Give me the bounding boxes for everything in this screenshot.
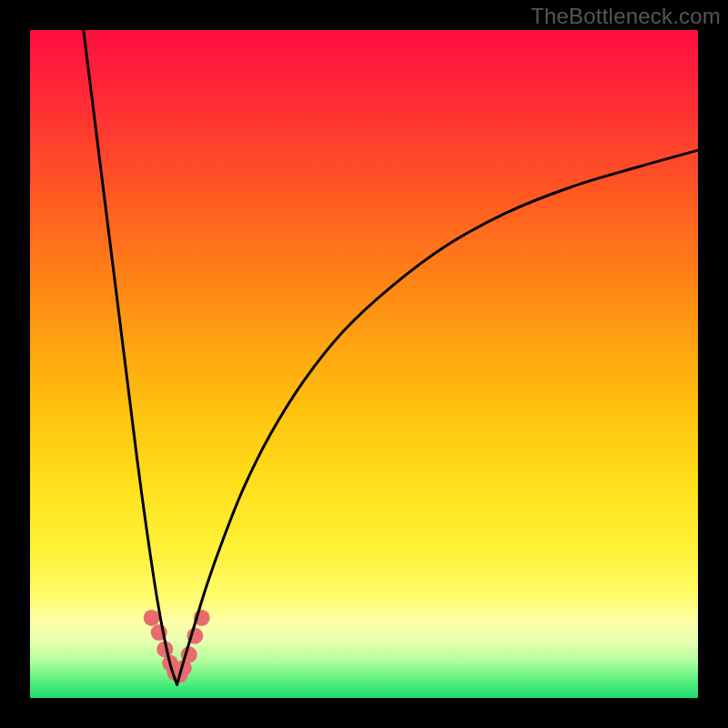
chart-canvas bbox=[0, 0, 728, 728]
trough-marker-dot bbox=[144, 610, 160, 626]
watermark-label: TheBottleneck.com bbox=[531, 4, 721, 29]
gradient-background bbox=[30, 30, 698, 698]
outer-black-frame: TheBottleneck.com bbox=[0, 0, 728, 728]
